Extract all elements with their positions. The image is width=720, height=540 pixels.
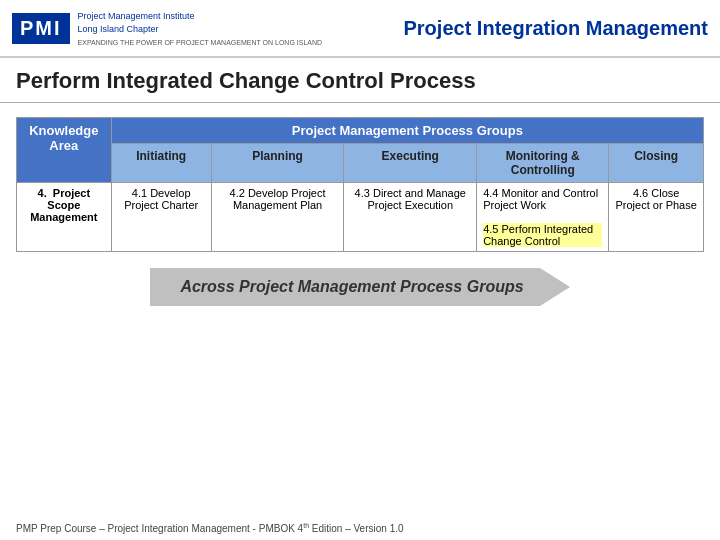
col-executing: Executing — [344, 144, 477, 183]
ka-cell: 4. ProjectScopeManagement — [17, 183, 112, 252]
monitoring-44: 4.4 Monitor and Control Project Work — [483, 187, 602, 211]
ka-value: 4. ProjectScopeManagement — [30, 187, 97, 223]
main-content: Knowledge Area Project Management Proces… — [0, 103, 720, 320]
col-initiating: Initiating — [111, 144, 211, 183]
logo-area: PMI Project Management Institute Long Is… — [12, 10, 322, 45]
pmi-logo: PMI — [12, 13, 70, 44]
org-tagline: EXPANDING THE POWER OF PROJECT MANAGEMEN… — [78, 39, 323, 46]
table-top-header-row: Knowledge Area Project Management Proces… — [17, 118, 704, 144]
monitoring-45: 4.5 Perform Integrated Change Control — [483, 223, 602, 247]
org-name: Project Management Institute Long Island… — [78, 10, 323, 35]
header: PMI Project Management Institute Long Is… — [0, 0, 720, 58]
footer-text: PMP Prep Course – Project Integration Ma… — [16, 523, 404, 534]
cell-executing: 4.3 Direct and Manage Project Execution — [344, 183, 477, 252]
process-table: Knowledge Area Project Management Proces… — [16, 117, 704, 252]
col-monitoring: Monitoring & Controlling — [477, 144, 609, 183]
page-title: Perform Integrated Change Control Proces… — [0, 58, 720, 103]
cell-closing: 4.6 Close Project or Phase — [609, 183, 704, 252]
process-groups-header: Project Management Process Groups — [111, 118, 703, 144]
header-title: Project Integration Management — [322, 17, 708, 40]
cell-monitoring: 4.4 Monitor and Control Project Work 4.5… — [477, 183, 609, 252]
arrow-banner-wrap: Across Project Management Process Groups — [16, 268, 704, 306]
cell-planning: 4.2 Develop Project Management Plan — [211, 183, 344, 252]
col-planning: Planning — [211, 144, 344, 183]
arrow-banner: Across Project Management Process Groups — [150, 268, 570, 306]
footer: PMP Prep Course – Project Integration Ma… — [16, 522, 404, 534]
col-closing: Closing — [609, 144, 704, 183]
sub-header-row: Initiating Planning Executing Monitoring… — [17, 144, 704, 183]
cell-initiating: 4.1 Develop Project Charter — [111, 183, 211, 252]
ka-header: Knowledge Area — [17, 118, 112, 183]
table-row: 4. ProjectScopeManagement 4.1 Develop Pr… — [17, 183, 704, 252]
